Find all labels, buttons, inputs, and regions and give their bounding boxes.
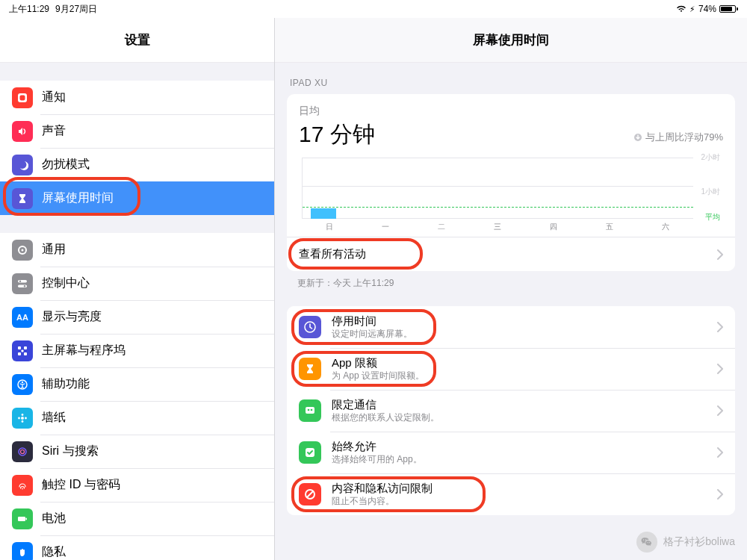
wechat-icon (636, 532, 657, 553)
svg-point-3 (22, 249, 24, 251)
watermark-text: 格子衬衫boliwa (663, 535, 735, 549)
downtime-icon (299, 316, 321, 338)
sidebar-item-accessibility[interactable]: 辅助功能 (0, 367, 274, 401)
detail-title: 屏幕使用时间 (275, 18, 747, 63)
option-sub: 选择始终可用的 App。 (332, 454, 717, 464)
status-time: 上午11:29 (9, 3, 49, 16)
sidebar-item-privacy[interactable]: 隐私 (0, 535, 274, 560)
no-entry-icon (299, 483, 321, 505)
sidebar-item-wallpaper[interactable]: 墙纸 (0, 401, 274, 435)
sidebar-item-dnd[interactable]: 勿扰模式 (0, 148, 274, 181)
svg-point-15 (21, 417, 24, 420)
svg-point-16 (22, 414, 24, 416)
option-communication[interactable]: 限定通信 根据您的联系人设定限制。 (287, 390, 735, 432)
gear-icon (12, 240, 33, 261)
sidebar-item-label: 勿扰模式 (42, 157, 90, 172)
sidebar-item-label: 触控 ID 与密码 (42, 477, 120, 493)
moon-icon (12, 155, 33, 175)
svg-rect-8 (18, 346, 21, 349)
change-text: 与上周比浮动79% (633, 131, 723, 144)
sidebar-item-general[interactable]: 通用 (0, 233, 274, 267)
usage-chart[interactable]: 2小时 1小时 平均 日 一 二 三 四 五 六 (302, 158, 720, 232)
sidebar-item-sound[interactable]: 声音 (0, 114, 274, 148)
sidebar-item-label: 辅助功能 (42, 376, 90, 392)
notifications-icon (12, 87, 33, 108)
chart-bar (311, 208, 336, 219)
chevron-right-icon (717, 364, 723, 374)
sidebar-item-label: 主屏幕与程序坞 (42, 343, 125, 358)
updated-note: 更新于：今天 上午11:29 (297, 277, 735, 290)
svg-rect-1 (20, 95, 25, 100)
fingerprint-icon (12, 475, 33, 496)
option-title: 限定通信 (332, 398, 717, 411)
sound-icon (12, 121, 33, 142)
limits-card: 停用时间 设定时间远离屏幕。 App 限额 为 App 设置时间限额。 (287, 306, 735, 515)
option-always-allowed[interactable]: 始终允许 选择始终可用的 App。 (287, 432, 735, 473)
sidebar-item-label: 声音 (42, 123, 66, 139)
svg-rect-23 (26, 517, 28, 520)
chevron-right-icon (717, 447, 723, 458)
option-sub: 设定时间远离屏幕。 (332, 329, 717, 339)
chevron-right-icon (717, 489, 723, 500)
sidebar-item-battery[interactable]: 电池 (0, 502, 274, 535)
option-title: 停用时间 (332, 314, 717, 328)
sidebar-item-notifications[interactable]: 通知 (0, 81, 274, 114)
battery-icon (719, 5, 738, 13)
down-arrow-icon (633, 133, 642, 142)
usage-card: 日均 17 分钟 与上周比浮动79% (287, 94, 735, 271)
grid-icon (12, 340, 33, 361)
option-sub: 根据您的联系人设定限制。 (332, 412, 717, 423)
sidebar-item-label: Siri 与搜索 (42, 444, 99, 459)
sidebar-item-display[interactable]: AA 显示与亮度 (0, 300, 274, 334)
svg-point-7 (24, 285, 25, 287)
status-bar: 上午11:29 9月27周日 ⚡︎ 74% (0, 0, 747, 18)
avg-line-label: 平均 (705, 212, 720, 223)
svg-point-14 (22, 381, 23, 382)
chart-x-axis: 日 一 二 三 四 五 六 (302, 222, 693, 232)
sidebar-item-siri[interactable]: Siri 与搜索 (0, 435, 274, 468)
svg-point-17 (22, 420, 24, 423)
svg-point-20 (19, 448, 26, 455)
sidebar-item-touchid[interactable]: 触控 ID 与密码 (0, 468, 274, 502)
check-icon (299, 441, 321, 464)
view-all-activity[interactable]: 查看所有活动 (287, 237, 735, 271)
sidebar-item-screen-time[interactable]: 屏幕使用时间 (0, 181, 274, 215)
settings-sidebar: 设置 通知 声音 勿扰模式 (0, 18, 275, 560)
battery-icon-row (12, 508, 33, 529)
wifi-icon (676, 5, 686, 13)
sidebar-item-control-center[interactable]: 控制中心 (0, 267, 274, 300)
option-sub: 阻止不当内容。 (332, 496, 717, 506)
svg-rect-12 (22, 349, 24, 352)
option-sub: 为 App 设置时间限额。 (332, 370, 717, 381)
sidebar-item-label: 电池 (42, 511, 66, 526)
svg-point-28 (311, 409, 313, 411)
y-label: 2小时 (701, 152, 720, 163)
svg-rect-4 (18, 280, 27, 283)
svg-rect-11 (24, 352, 27, 355)
sidebar-item-label: 显示与亮度 (42, 309, 102, 325)
option-downtime[interactable]: 停用时间 设定时间远离屏幕。 (287, 306, 735, 348)
svg-point-21 (21, 449, 25, 453)
sidebar-item-label: 通知 (42, 90, 66, 105)
sidebar-item-label: 隐私 (42, 544, 66, 560)
svg-point-18 (18, 417, 20, 419)
flower-icon (12, 408, 33, 429)
option-title: 内容和隐私访问限制 (332, 482, 717, 495)
avg-value: 17 分钟 (299, 119, 375, 150)
watermark: 格子衬衫boliwa (636, 532, 735, 553)
svg-rect-9 (24, 346, 27, 349)
svg-rect-10 (18, 352, 21, 355)
sidebar-item-home-screen[interactable]: 主屏幕与程序坞 (0, 334, 274, 367)
hourglass-icon (299, 358, 321, 380)
battery-percent: 74% (698, 4, 716, 14)
option-app-limits[interactable]: App 限额 为 App 设置时间限额。 (287, 348, 735, 390)
sidebar-item-label: 墙纸 (42, 410, 66, 426)
svg-point-19 (25, 417, 27, 419)
svg-point-27 (308, 409, 310, 411)
chevron-right-icon (717, 405, 723, 416)
sidebar-item-label: 通用 (42, 242, 66, 258)
siri-icon (12, 441, 33, 462)
device-label: IPAD XU (290, 78, 735, 88)
option-content-privacy[interactable]: 内容和隐私访问限制 阻止不当内容。 (287, 473, 735, 515)
svg-rect-22 (18, 517, 25, 521)
